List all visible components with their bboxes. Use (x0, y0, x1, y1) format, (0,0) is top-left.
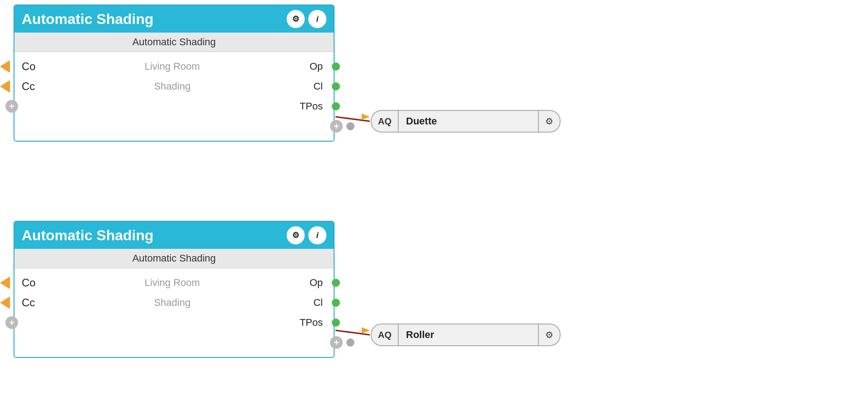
right-dot-2-0[interactable] (332, 279, 340, 287)
info-button-1[interactable]: i (308, 10, 326, 28)
info-button-2[interactable]: i (308, 226, 326, 244)
node-header-2: Automatic Shading ⚙ i (14, 222, 334, 249)
node-row-2-0: Co Living Room Op (14, 273, 334, 293)
node-title-2: Automatic Shading (22, 227, 154, 244)
gear-button-2[interactable]: ⚙ (287, 226, 305, 244)
canvas: Automatic Shading ⚙ i Automatic Shading … (0, 0, 868, 400)
right-dot-1-0[interactable] (332, 62, 340, 71)
right-dot-1-2[interactable] (332, 102, 340, 110)
node-header-icons-1: ⚙ i (287, 10, 326, 28)
left-label-1-0: Co (22, 60, 58, 73)
device-gear-1[interactable]: ⚙ (538, 111, 560, 132)
node-subtitle-2: Automatic Shading (14, 249, 334, 268)
device-aq-2: AQ (372, 324, 399, 345)
add-row-1: + (14, 116, 334, 136)
add-row-2: + (14, 333, 334, 352)
svg-line-2 (335, 330, 370, 335)
node-body-2: Co Living Room Op Cc Shading Cl + T (14, 268, 334, 357)
right-gray-dot-1 (346, 122, 354, 130)
device-name-2: Roller (399, 329, 538, 341)
right-label-2-1: Cl (287, 297, 323, 309)
gear-button-1[interactable]: ⚙ (287, 10, 305, 28)
right-label-1-0: Op (287, 61, 323, 72)
svg-marker-1 (362, 114, 370, 120)
right-label-1-1: Cl (287, 81, 323, 92)
node-row-1-1: Cc Shading Cl (14, 76, 334, 96)
center-label-2-1: Shading (58, 297, 287, 309)
node-row-1-2: + TPos (14, 96, 334, 116)
right-label-2-0: Op (287, 277, 323, 289)
right-plus-2[interactable]: + (330, 336, 343, 349)
right-label-2-2: TPos (287, 317, 323, 329)
right-dot-2-1[interactable] (332, 299, 340, 307)
left-plus-2-2[interactable]: + (5, 316, 18, 329)
node-row-2-2: + TPos (14, 313, 334, 333)
device-node-2: AQ Roller ⚙ (371, 324, 561, 346)
right-dot-2-2[interactable] (332, 319, 340, 327)
device-gear-2[interactable]: ⚙ (538, 324, 560, 345)
left-arrow-2-0 (0, 276, 10, 289)
left-label-2-1: Cc (22, 296, 58, 309)
center-label-2-0: Living Room (58, 277, 287, 289)
node-row-2-1: Cc Shading Cl (14, 293, 334, 313)
left-label-2-0: Co (22, 276, 58, 289)
node-card-1: Automatic Shading ⚙ i Automatic Shading … (14, 5, 335, 142)
device-aq-1: AQ (372, 111, 399, 132)
node-subtitle-1: Automatic Shading (14, 33, 334, 52)
node-body-1: Co Living Room Op Cc Shading Cl + (14, 52, 334, 141)
left-arrow-1-0 (0, 60, 10, 73)
device-node-1: AQ Duette ⚙ (371, 110, 561, 133)
left-plus-1-2[interactable]: + (5, 100, 18, 113)
node-header-1: Automatic Shading ⚙ i (14, 5, 334, 33)
left-arrow-2-1 (0, 296, 10, 309)
center-label-1-0: Living Room (58, 61, 287, 72)
left-arrow-1-1 (0, 80, 10, 93)
device-name-1: Duette (399, 115, 538, 127)
right-dot-1-1[interactable] (332, 82, 340, 90)
node-row-1-0: Co Living Room Op (14, 57, 334, 76)
left-label-1-1: Cc (22, 80, 58, 93)
node-card-2: Automatic Shading ⚙ i Automatic Shading … (14, 221, 335, 358)
svg-marker-3 (362, 327, 370, 333)
right-gray-dot-2 (346, 338, 354, 347)
node-title-1: Automatic Shading (22, 11, 154, 28)
center-label-1-1: Shading (58, 81, 287, 92)
node-header-icons-2: ⚙ i (287, 226, 326, 244)
right-plus-1[interactable]: + (330, 120, 343, 133)
right-label-1-2: TPos (287, 100, 323, 112)
